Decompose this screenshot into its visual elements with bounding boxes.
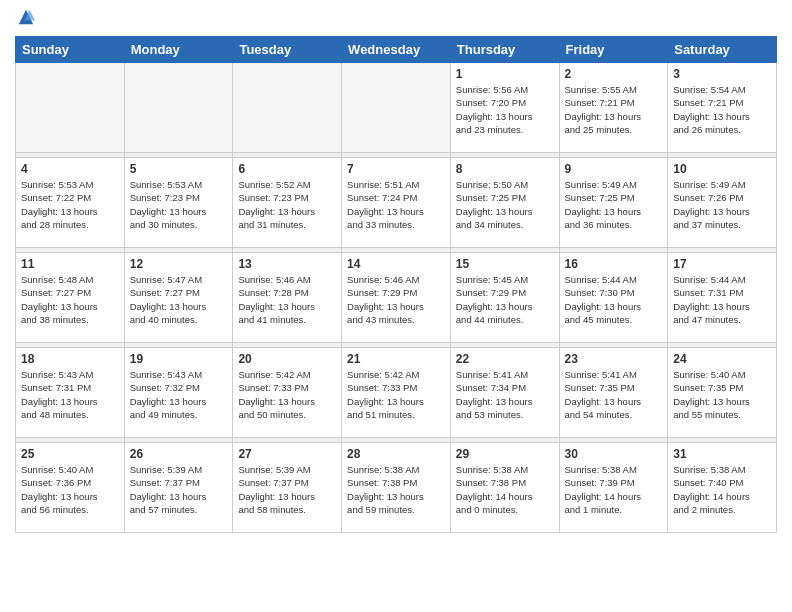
calendar-cell: 2Sunrise: 5:55 AM Sunset: 7:21 PM Daylig…: [559, 63, 668, 153]
day-number: 7: [347, 162, 445, 176]
calendar-week-row: 18Sunrise: 5:43 AM Sunset: 7:31 PM Dayli…: [16, 348, 777, 438]
calendar-cell: 23Sunrise: 5:41 AM Sunset: 7:35 PM Dayli…: [559, 348, 668, 438]
calendar-cell: 21Sunrise: 5:42 AM Sunset: 7:33 PM Dayli…: [342, 348, 451, 438]
calendar-header-tuesday: Tuesday: [233, 37, 342, 63]
calendar-cell: 18Sunrise: 5:43 AM Sunset: 7:31 PM Dayli…: [16, 348, 125, 438]
day-info: Sunrise: 5:38 AM Sunset: 7:38 PM Dayligh…: [347, 463, 445, 516]
day-number: 13: [238, 257, 336, 271]
day-info: Sunrise: 5:49 AM Sunset: 7:26 PM Dayligh…: [673, 178, 771, 231]
day-number: 6: [238, 162, 336, 176]
day-info: Sunrise: 5:47 AM Sunset: 7:27 PM Dayligh…: [130, 273, 228, 326]
calendar-week-row: 25Sunrise: 5:40 AM Sunset: 7:36 PM Dayli…: [16, 443, 777, 533]
calendar-cell: 3Sunrise: 5:54 AM Sunset: 7:21 PM Daylig…: [668, 63, 777, 153]
day-info: Sunrise: 5:50 AM Sunset: 7:25 PM Dayligh…: [456, 178, 554, 231]
calendar-cell: 13Sunrise: 5:46 AM Sunset: 7:28 PM Dayli…: [233, 253, 342, 343]
calendar-cell: 19Sunrise: 5:43 AM Sunset: 7:32 PM Dayli…: [124, 348, 233, 438]
day-number: 16: [565, 257, 663, 271]
day-number: 31: [673, 447, 771, 461]
page: SundayMondayTuesdayWednesdayThursdayFrid…: [0, 0, 792, 548]
calendar-header-monday: Monday: [124, 37, 233, 63]
day-info: Sunrise: 5:48 AM Sunset: 7:27 PM Dayligh…: [21, 273, 119, 326]
day-info: Sunrise: 5:51 AM Sunset: 7:24 PM Dayligh…: [347, 178, 445, 231]
day-number: 10: [673, 162, 771, 176]
calendar-cell: 10Sunrise: 5:49 AM Sunset: 7:26 PM Dayli…: [668, 158, 777, 248]
day-info: Sunrise: 5:38 AM Sunset: 7:38 PM Dayligh…: [456, 463, 554, 516]
calendar-cell: 16Sunrise: 5:44 AM Sunset: 7:30 PM Dayli…: [559, 253, 668, 343]
day-number: 30: [565, 447, 663, 461]
day-info: Sunrise: 5:39 AM Sunset: 7:37 PM Dayligh…: [130, 463, 228, 516]
calendar-cell: 30Sunrise: 5:38 AM Sunset: 7:39 PM Dayli…: [559, 443, 668, 533]
day-info: Sunrise: 5:55 AM Sunset: 7:21 PM Dayligh…: [565, 83, 663, 136]
calendar-cell: 29Sunrise: 5:38 AM Sunset: 7:38 PM Dayli…: [450, 443, 559, 533]
day-info: Sunrise: 5:46 AM Sunset: 7:29 PM Dayligh…: [347, 273, 445, 326]
day-number: 19: [130, 352, 228, 366]
calendar-cell: 6Sunrise: 5:52 AM Sunset: 7:23 PM Daylig…: [233, 158, 342, 248]
day-info: Sunrise: 5:40 AM Sunset: 7:35 PM Dayligh…: [673, 368, 771, 421]
calendar-cell: 24Sunrise: 5:40 AM Sunset: 7:35 PM Dayli…: [668, 348, 777, 438]
day-info: Sunrise: 5:45 AM Sunset: 7:29 PM Dayligh…: [456, 273, 554, 326]
calendar-header-wednesday: Wednesday: [342, 37, 451, 63]
calendar-cell: 28Sunrise: 5:38 AM Sunset: 7:38 PM Dayli…: [342, 443, 451, 533]
day-info: Sunrise: 5:39 AM Sunset: 7:37 PM Dayligh…: [238, 463, 336, 516]
calendar-cell: 1Sunrise: 5:56 AM Sunset: 7:20 PM Daylig…: [450, 63, 559, 153]
calendar-cell: 9Sunrise: 5:49 AM Sunset: 7:25 PM Daylig…: [559, 158, 668, 248]
calendar-cell: 14Sunrise: 5:46 AM Sunset: 7:29 PM Dayli…: [342, 253, 451, 343]
day-number: 2: [565, 67, 663, 81]
calendar-cell: 22Sunrise: 5:41 AM Sunset: 7:34 PM Dayli…: [450, 348, 559, 438]
calendar: SundayMondayTuesdayWednesdayThursdayFrid…: [15, 36, 777, 533]
calendar-cell: [16, 63, 125, 153]
day-number: 24: [673, 352, 771, 366]
day-info: Sunrise: 5:41 AM Sunset: 7:35 PM Dayligh…: [565, 368, 663, 421]
calendar-cell: 12Sunrise: 5:47 AM Sunset: 7:27 PM Dayli…: [124, 253, 233, 343]
logo: [15, 10, 35, 28]
day-info: Sunrise: 5:52 AM Sunset: 7:23 PM Dayligh…: [238, 178, 336, 231]
calendar-cell: 25Sunrise: 5:40 AM Sunset: 7:36 PM Dayli…: [16, 443, 125, 533]
day-number: 22: [456, 352, 554, 366]
day-info: Sunrise: 5:53 AM Sunset: 7:22 PM Dayligh…: [21, 178, 119, 231]
calendar-cell: [233, 63, 342, 153]
calendar-week-row: 1Sunrise: 5:56 AM Sunset: 7:20 PM Daylig…: [16, 63, 777, 153]
day-info: Sunrise: 5:49 AM Sunset: 7:25 PM Dayligh…: [565, 178, 663, 231]
day-number: 17: [673, 257, 771, 271]
day-number: 14: [347, 257, 445, 271]
calendar-header-friday: Friday: [559, 37, 668, 63]
day-number: 21: [347, 352, 445, 366]
day-number: 26: [130, 447, 228, 461]
day-info: Sunrise: 5:46 AM Sunset: 7:28 PM Dayligh…: [238, 273, 336, 326]
day-info: Sunrise: 5:44 AM Sunset: 7:31 PM Dayligh…: [673, 273, 771, 326]
day-number: 18: [21, 352, 119, 366]
calendar-cell: 27Sunrise: 5:39 AM Sunset: 7:37 PM Dayli…: [233, 443, 342, 533]
day-info: Sunrise: 5:54 AM Sunset: 7:21 PM Dayligh…: [673, 83, 771, 136]
header: [15, 10, 777, 28]
calendar-header-saturday: Saturday: [668, 37, 777, 63]
day-info: Sunrise: 5:43 AM Sunset: 7:32 PM Dayligh…: [130, 368, 228, 421]
day-number: 4: [21, 162, 119, 176]
calendar-cell: 7Sunrise: 5:51 AM Sunset: 7:24 PM Daylig…: [342, 158, 451, 248]
calendar-cell: 26Sunrise: 5:39 AM Sunset: 7:37 PM Dayli…: [124, 443, 233, 533]
day-info: Sunrise: 5:41 AM Sunset: 7:34 PM Dayligh…: [456, 368, 554, 421]
day-number: 3: [673, 67, 771, 81]
day-info: Sunrise: 5:43 AM Sunset: 7:31 PM Dayligh…: [21, 368, 119, 421]
calendar-header-thursday: Thursday: [450, 37, 559, 63]
day-number: 5: [130, 162, 228, 176]
calendar-cell: 11Sunrise: 5:48 AM Sunset: 7:27 PM Dayli…: [16, 253, 125, 343]
calendar-week-row: 11Sunrise: 5:48 AM Sunset: 7:27 PM Dayli…: [16, 253, 777, 343]
day-number: 11: [21, 257, 119, 271]
day-number: 28: [347, 447, 445, 461]
calendar-cell: 5Sunrise: 5:53 AM Sunset: 7:23 PM Daylig…: [124, 158, 233, 248]
calendar-cell: 20Sunrise: 5:42 AM Sunset: 7:33 PM Dayli…: [233, 348, 342, 438]
calendar-cell: 8Sunrise: 5:50 AM Sunset: 7:25 PM Daylig…: [450, 158, 559, 248]
day-info: Sunrise: 5:53 AM Sunset: 7:23 PM Dayligh…: [130, 178, 228, 231]
calendar-header-row: SundayMondayTuesdayWednesdayThursdayFrid…: [16, 37, 777, 63]
day-info: Sunrise: 5:44 AM Sunset: 7:30 PM Dayligh…: [565, 273, 663, 326]
day-number: 23: [565, 352, 663, 366]
calendar-cell: 15Sunrise: 5:45 AM Sunset: 7:29 PM Dayli…: [450, 253, 559, 343]
day-number: 25: [21, 447, 119, 461]
day-number: 27: [238, 447, 336, 461]
day-number: 1: [456, 67, 554, 81]
day-number: 8: [456, 162, 554, 176]
day-info: Sunrise: 5:38 AM Sunset: 7:40 PM Dayligh…: [673, 463, 771, 516]
day-number: 15: [456, 257, 554, 271]
day-info: Sunrise: 5:56 AM Sunset: 7:20 PM Dayligh…: [456, 83, 554, 136]
calendar-header-sunday: Sunday: [16, 37, 125, 63]
